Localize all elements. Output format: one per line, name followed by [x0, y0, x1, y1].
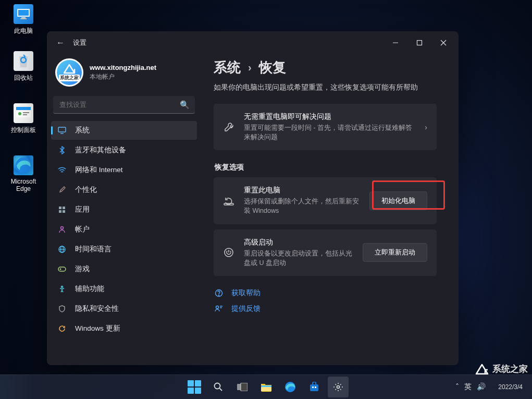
volume-icon[interactable]: 🔊 — [477, 382, 486, 392]
wifi-icon — [57, 165, 67, 175]
tray-icons[interactable]: ˄ 英 🔊 — [451, 379, 490, 395]
get-help-link[interactable]: 获取帮助 — [214, 285, 437, 301]
desktop-icon-edge[interactable]: Microsoft Edge — [5, 155, 42, 192]
reset-pc-button[interactable]: 初始化电脑 — [369, 191, 427, 210]
nav-item-globe[interactable]: 时间和语言 — [51, 240, 197, 259]
sidebar: 系统之家 www.xitongzhijia.net 本地帐户 🔍 系统蓝牙和其他… — [47, 54, 201, 365]
shield-icon — [57, 304, 67, 313]
chevron-right-icon: › — [425, 123, 427, 131]
clock[interactable]: 2022/3/4 — [494, 381, 527, 393]
person-icon — [57, 225, 67, 234]
search-icon: 🔍 — [180, 100, 190, 110]
desktop: 此电脑 回收站 控制面板 Microsoft Edge ← 设置 系统之家 — [0, 0, 532, 399]
card-title: 高级启动 — [244, 238, 353, 247]
brush-icon — [57, 185, 67, 195]
svg-rect-19 — [63, 210, 65, 213]
nav-label: 系统 — [75, 126, 90, 135]
maximize-button[interactable] — [407, 33, 431, 52]
svg-line-34 — [219, 389, 222, 391]
back-button[interactable]: ← — [50, 33, 71, 52]
nav-item-person[interactable]: 帐户 — [51, 220, 197, 239]
nav-label: 游戏 — [75, 264, 90, 274]
close-button[interactable] — [431, 33, 455, 52]
nav-item-game[interactable]: 游戏 — [51, 260, 197, 279]
edge-button[interactable] — [280, 377, 301, 397]
nav-item-wifi[interactable]: 网络和 Internet — [51, 161, 197, 179]
section-title: 恢复选项 — [215, 163, 437, 172]
label: 回收站 — [5, 74, 42, 82]
start-button[interactable] — [184, 377, 205, 397]
titlebar[interactable]: ← 设置 — [47, 31, 459, 54]
footer-links: 获取帮助 提供反馈 — [214, 285, 437, 317]
label: Microsoft Edge — [5, 178, 42, 192]
svg-point-43 — [337, 386, 339, 389]
file-explorer-button[interactable] — [256, 377, 277, 397]
svg-rect-11 — [417, 41, 422, 45]
intro-text: 如果你的电脑出现问题或希望重置，这些恢复选项可能有所帮助 — [214, 83, 437, 92]
reset-icon — [223, 196, 234, 206]
svg-point-20 — [61, 227, 64, 229]
nav-item-apps[interactable]: 应用 — [51, 200, 197, 219]
control-panel-icon — [14, 103, 33, 123]
nav-item-bluetooth[interactable]: 蓝牙和其他设备 — [51, 141, 197, 160]
card-title: 重置此电脑 — [244, 186, 360, 195]
access-icon — [57, 284, 67, 294]
profile-sub: 本地帐户 — [90, 72, 156, 81]
nav-label: 网络和 Internet — [75, 165, 123, 175]
window-controls — [383, 33, 455, 52]
profile-name: www.xitongzhijia.net — [90, 64, 156, 71]
bluetooth-icon — [57, 146, 67, 155]
card-sub: 重置可能需要一段时间 - 首先，请尝试通过运行疑难解答来解决问题 — [244, 123, 415, 142]
nav-label: 应用 — [75, 205, 90, 214]
nav-label: Windows 更新 — [75, 324, 120, 333]
edge-icon — [14, 155, 33, 175]
monitor-icon — [14, 4, 33, 24]
card-sub: 重启设备以更改启动设置，包括从光盘或 U 盘启动 — [244, 249, 353, 268]
svg-point-33 — [214, 383, 220, 389]
display-icon — [57, 126, 67, 135]
recycle-icon — [14, 51, 33, 71]
svg-rect-38 — [261, 385, 271, 387]
profile[interactable]: 系统之家 www.xitongzhijia.net 本地帐户 — [51, 54, 197, 96]
nav-item-update[interactable]: Windows 更新 — [51, 319, 197, 338]
search-box[interactable]: 🔍 — [53, 96, 195, 114]
label: 此电脑 — [5, 27, 42, 35]
desktop-icon-control-panel[interactable]: 控制面板 — [5, 103, 42, 135]
chevron-up-icon[interactable]: ˄ — [455, 382, 459, 392]
help-icon — [215, 289, 224, 297]
nav-item-display[interactable]: 系统 — [51, 121, 197, 140]
app-title: 设置 — [73, 38, 86, 47]
taskbar-search[interactable] — [208, 377, 229, 397]
ime-icon[interactable]: 英 — [464, 382, 472, 392]
wrench-icon — [223, 122, 234, 132]
reset-pc-card: 重置此电脑 选择保留或删除个人文件，然后重新安装 Windows 初始化电脑 — [214, 177, 437, 224]
search-input[interactable] — [53, 96, 195, 114]
settings-window: ← 设置 系统之家 www.xitongzhijia.net 本地帐户 — [47, 31, 459, 365]
nav-label: 时间和语言 — [75, 245, 112, 254]
svg-rect-16 — [59, 207, 61, 209]
desktop-icon-recycle-bin[interactable]: 回收站 — [5, 51, 42, 82]
svg-rect-40 — [310, 384, 318, 391]
task-view-button[interactable] — [232, 377, 253, 397]
svg-rect-41 — [312, 386, 314, 388]
breadcrumb-root[interactable]: 系统 — [214, 58, 241, 77]
nav-item-access[interactable]: 辅助功能 — [51, 280, 197, 298]
svg-point-32 — [216, 306, 219, 308]
restart-now-button[interactable]: 立即重新启动 — [363, 243, 427, 262]
minimize-button[interactable] — [383, 33, 407, 52]
feedback-link[interactable]: 提供反馈 — [214, 301, 437, 317]
svg-rect-17 — [63, 207, 65, 209]
card-title: 无需重置电脑即可解决问题 — [244, 112, 415, 122]
store-button[interactable] — [304, 377, 325, 397]
svg-point-6 — [18, 112, 21, 115]
nav-item-brush[interactable]: 个性化 — [51, 180, 197, 199]
nav-item-shield[interactable]: 隐私和安全性 — [51, 299, 197, 318]
nav-label: 辅助功能 — [75, 284, 104, 294]
troubleshoot-card[interactable]: 无需重置电脑即可解决问题 重置可能需要一段时间 - 首先，请尝试通过运行疑难解答… — [214, 104, 437, 150]
system-tray: ˄ 英 🔊 2022/3/4 — [451, 375, 527, 399]
desktop-icon-this-pc[interactable]: 此电脑 — [5, 4, 42, 35]
nav-label: 隐私和安全性 — [75, 304, 119, 313]
settings-button[interactable] — [328, 377, 349, 397]
svg-rect-2 — [21, 17, 26, 18]
svg-rect-14 — [58, 127, 66, 132]
